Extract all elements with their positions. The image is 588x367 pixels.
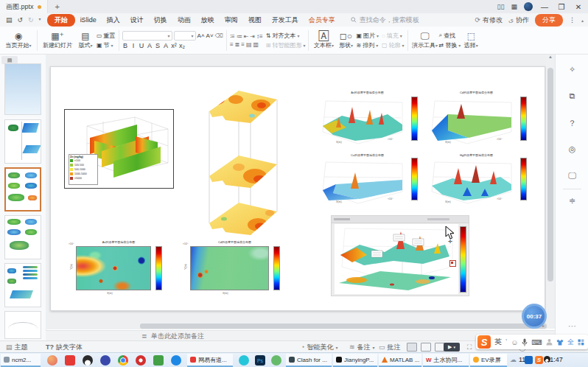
- slide-thumbnail-5[interactable]: [4, 263, 41, 307]
- taskbar-qq-icon[interactable]: [83, 355, 93, 366]
- sogou-logo-icon[interactable]: S: [477, 335, 491, 349]
- theme-button[interactable]: ▤主题: [6, 341, 28, 353]
- menu-tab[interactable]: 放映: [196, 15, 220, 26]
- workspace-grid-icon[interactable]: ▦: [511, 3, 517, 10]
- user-avatar[interactable]: [524, 2, 533, 11]
- align-text-button[interactable]: ⇅对齐文本▾: [266, 32, 306, 40]
- recording-timer-bubble[interactable]: 00:37: [522, 304, 547, 329]
- format-button[interactable]: x₂: [179, 42, 186, 49]
- smartart-button[interactable]: ⊞转智能图形▾: [266, 41, 306, 49]
- reset-button[interactable]: ▭重置: [97, 32, 116, 40]
- document-tab[interactable]: 画图.pptx: [0, 0, 48, 13]
- redo-button[interactable]: ↻: [28, 16, 34, 24]
- fence-plot[interactable]: Zn (mg/kg) <100 100-500: [64, 109, 174, 189]
- arrange-button[interactable]: ≋排列▾: [356, 41, 379, 49]
- location-pin-icon[interactable]: ◎: [556, 144, 588, 154]
- layout-button[interactable]: ▤ 版式▾: [74, 32, 97, 49]
- screen-share-icon[interactable]: 🖵: [556, 171, 588, 181]
- align-left-icon[interactable]: ≡: [230, 41, 234, 48]
- more-menu-icon[interactable]: ⋮: [569, 16, 575, 24]
- ime-person-icon[interactable]: [546, 338, 553, 346]
- horizontal-scrollbar[interactable]: ▸: [46, 323, 546, 329]
- format-button[interactable]: x²: [171, 42, 178, 49]
- menu-tab[interactable]: iSlide: [75, 15, 102, 24]
- format-button[interactable]: S: [155, 42, 161, 49]
- fit-screen-icon[interactable]: ⛶: [467, 341, 472, 353]
- taskbar-window-matlab[interactable]: MATLAB ...: [379, 354, 421, 367]
- tray-sogou-icon[interactable]: S: [535, 356, 543, 364]
- outdent-icon[interactable]: ⇤: [244, 33, 249, 40]
- slide-thumbnail-6[interactable]: [4, 311, 41, 339]
- ime-keyboard-icon[interactable]: ⌨: [531, 338, 542, 346]
- copy-pages-icon[interactable]: ⧉: [556, 91, 588, 101]
- vertical-scroll-thumb[interactable]: [547, 68, 553, 282]
- taskbar-window-ncm[interactable]: ncm2...: [1, 354, 41, 367]
- notes-toggle-button[interactable]: ≋备注▾: [349, 341, 375, 353]
- surface-plot-4[interactable]: Hg的浓度平面插值分布图 X(m) ×10⁴: [423, 153, 530, 212]
- preview-icon[interactable]: ▤: [6, 16, 13, 24]
- ime-language-mode[interactable]: 英: [494, 337, 502, 347]
- settings-sliders-icon[interactable]: ≑: [556, 196, 588, 206]
- share-button[interactable]: 分享: [535, 14, 563, 27]
- taskbar-app-icon-2[interactable]: [65, 355, 75, 366]
- columns-icon[interactable]: ▥: [253, 41, 259, 48]
- menu-tab[interactable]: 审阅: [220, 15, 243, 26]
- minimize-button[interactable]: —: [539, 3, 550, 11]
- picture-button[interactable]: ▣图片▾: [356, 32, 379, 40]
- menu-tab[interactable]: 设计: [125, 15, 149, 26]
- taskbar-netease-music-icon[interactable]: [136, 355, 146, 366]
- taskbar-app-icon-10[interactable]: [271, 355, 281, 366]
- surface-plot-3[interactable]: Cu的浓度平面插值分布图 X(m) ×10⁴: [314, 153, 421, 212]
- slide-thumbnail-3-selected[interactable]: [4, 167, 41, 212]
- taskbar-window-clash[interactable]: Clash for ...: [286, 354, 332, 367]
- taskbar-app-icon-8[interactable]: [171, 355, 181, 366]
- ime-emoji-icon[interactable]: ☺: [511, 338, 518, 346]
- taskbar-window-jianying[interactable]: JianyingP...: [333, 354, 377, 367]
- slide-thumbnail-2[interactable]: [4, 119, 41, 164]
- taskbar-wechat-icon[interactable]: [153, 355, 164, 366]
- layout-split-icon[interactable]: ▯▯: [497, 3, 505, 10]
- close-button[interactable]: ✕: [573, 3, 584, 11]
- ime-punct-icon[interactable]: ’: [505, 338, 507, 346]
- select-button[interactable]: ⬚ 选择▾: [461, 32, 481, 49]
- heatmap-plot-2[interactable]: Cd的浓度平面插值分布图 X(m) Y(m) ×10⁴: [181, 240, 288, 301]
- increase-font-icon[interactable]: A˄: [197, 32, 205, 39]
- tray-blue-app-icon[interactable]: [525, 356, 533, 364]
- taskbar-app-icon-4[interactable]: [100, 355, 111, 366]
- command-search[interactable]: 查找命令，搜索模板: [351, 15, 419, 25]
- sorter-view-icon[interactable]: [421, 343, 431, 352]
- clear-format-icon[interactable]: ⌫: [215, 32, 223, 39]
- collaborate-button[interactable]: ی协作: [508, 15, 529, 25]
- missing-font-warning[interactable]: T?缺失字体: [46, 341, 83, 353]
- taskbar-photoshop-icon[interactable]: Ps: [255, 355, 265, 366]
- outline-button[interactable]: ▢轮廓▾: [382, 41, 405, 49]
- format-button[interactable]: A: [147, 42, 153, 49]
- heatmap-plot-1[interactable]: As的浓度平面插值分布图 X(m) Y(m) ×10⁴: [67, 240, 170, 301]
- slide-thumbnail-1[interactable]: [4, 63, 41, 115]
- present-tools-button[interactable]: 🖵 演示工具▾: [411, 32, 439, 49]
- textbox-button[interactable]: 🄰 文本框▾: [312, 32, 335, 49]
- taskbar-window-youdao[interactable]: 网易有道...: [187, 354, 233, 367]
- replace-button[interactable]: ⇄替换▾: [439, 41, 461, 49]
- horizontal-scroll-thumb[interactable]: [140, 324, 547, 329]
- indent-icon[interactable]: ⇥: [250, 33, 255, 40]
- taskbar-window-ev[interactable]: EV录屏: [470, 354, 507, 367]
- slideshow-button[interactable]: ▶▾: [444, 341, 460, 353]
- section-button[interactable]: ▣节▾: [97, 41, 116, 49]
- format-button[interactable]: U: [139, 42, 145, 49]
- format-button[interactable]: I: [130, 42, 137, 49]
- new-slide-button[interactable]: ▦⁺ 新建幻灯片: [41, 32, 74, 49]
- font-name-select[interactable]: ▾: [122, 31, 172, 41]
- panel-more-icon[interactable]: ⋯: [556, 321, 588, 331]
- ribbon-collapse-icon[interactable]: ▾: [39, 16, 41, 24]
- ai-assistant-icon[interactable]: ✧: [556, 65, 588, 74]
- font-size-select[interactable]: ▾: [174, 31, 196, 41]
- menu-tab[interactable]: 插入: [102, 15, 125, 26]
- menu-tab[interactable]: 会员专享: [304, 15, 340, 26]
- ime-toolbox-icon[interactable]: [578, 339, 584, 346]
- vertical-scrollbar[interactable]: ▲: [546, 55, 555, 329]
- surface-plot-1[interactable]: As的浓度平面插值分布图 X(m) ×10⁴: [314, 91, 421, 153]
- menu-tab[interactable]: 切换: [149, 15, 172, 26]
- format-button[interactable]: A: [163, 42, 169, 49]
- line-spacing-icon[interactable]: ↕≡: [256, 33, 263, 40]
